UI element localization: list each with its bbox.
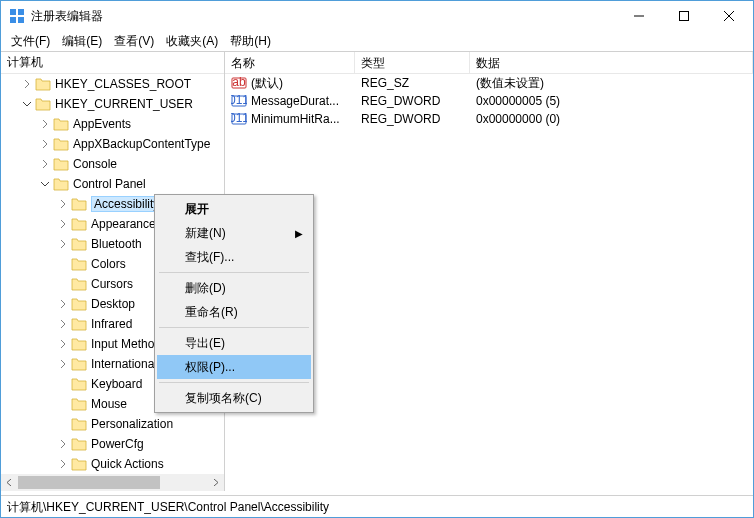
- tree-item[interactable]: PowerCfg: [1, 434, 224, 454]
- chevron-right-icon[interactable]: [57, 298, 69, 310]
- ctx-expand[interactable]: 展开: [157, 197, 311, 221]
- col-data[interactable]: 数据: [470, 52, 753, 73]
- col-type[interactable]: 类型: [355, 52, 470, 73]
- chevron-right-icon[interactable]: [57, 318, 69, 330]
- chevron-right-icon[interactable]: [57, 238, 69, 250]
- tree-item[interactable]: Control Panel: [1, 174, 224, 194]
- menu-help[interactable]: 帮助(H): [224, 31, 277, 52]
- tree-item-label: Colors: [91, 257, 126, 271]
- context-menu: 展开 新建(N)▶ 查找(F)... 删除(D) 重命名(R) 导出(E) 权限…: [154, 194, 314, 413]
- chevron-right-icon[interactable]: [21, 78, 33, 90]
- chevron-right-icon[interactable]: [57, 338, 69, 350]
- ctx-new-label: 新建(N): [185, 225, 226, 242]
- ctx-find[interactable]: 查找(F)...: [157, 245, 311, 269]
- scroll-thumb[interactable]: [18, 476, 160, 489]
- tree-item-label: Accessibility: [91, 196, 162, 212]
- tree-item-label: PowerCfg: [91, 437, 144, 451]
- tree-scrollbar-horizontal[interactable]: [1, 474, 224, 491]
- ctx-export-label: 导出(E): [185, 335, 225, 352]
- ctx-permissions[interactable]: 权限(P)...: [157, 355, 311, 379]
- window-title: 注册表编辑器: [31, 8, 616, 25]
- menu-favorites[interactable]: 收藏夹(A): [160, 31, 224, 52]
- ctx-expand-label: 展开: [185, 201, 209, 218]
- folder-icon: [53, 137, 69, 151]
- tree-item-label: Bluetooth: [91, 237, 142, 251]
- minimize-button[interactable]: [616, 2, 661, 30]
- ctx-delete[interactable]: 删除(D): [157, 276, 311, 300]
- tree-item[interactable]: HKEY_CLASSES_ROOT: [1, 74, 224, 94]
- folder-icon: [35, 97, 51, 111]
- cell-name: 011MessageDurat...: [225, 93, 355, 109]
- tree-header-label: 计算机: [7, 54, 43, 71]
- content-area: 计算机 HKEY_CLASSES_ROOTHKEY_CURRENT_USERAp…: [1, 51, 753, 491]
- list-row[interactable]: ab(默认)REG_SZ(数值未设置): [225, 74, 753, 92]
- cell-data: 0x00000005 (5): [470, 94, 753, 108]
- ctx-separator: [159, 382, 309, 383]
- folder-icon: [71, 277, 87, 291]
- scroll-left-button[interactable]: [1, 474, 18, 491]
- statusbar: 计算机\HKEY_CURRENT_USER\Control Panel\Acce…: [1, 495, 753, 517]
- cell-data: 0x00000000 (0): [470, 112, 753, 126]
- chevron-right-icon[interactable]: [39, 138, 51, 150]
- tree-item[interactable]: AppXBackupContentType: [1, 134, 224, 154]
- folder-icon: [71, 297, 87, 311]
- binary-value-icon: 011: [231, 93, 247, 109]
- menubar: 文件(F) 编辑(E) 查看(V) 收藏夹(A) 帮助(H): [1, 31, 753, 51]
- chevron-right-icon[interactable]: [57, 438, 69, 450]
- chevron-right-icon[interactable]: [57, 358, 69, 370]
- menu-edit[interactable]: 编辑(E): [56, 31, 108, 52]
- tree-item[interactable]: HKEY_CURRENT_USER: [1, 94, 224, 114]
- chevron-right-icon[interactable]: [39, 118, 51, 130]
- chevron-right-icon[interactable]: [57, 458, 69, 470]
- folder-icon: [53, 177, 69, 191]
- svg-rect-1: [18, 9, 24, 15]
- tree-item-label: Cursors: [91, 277, 133, 291]
- menu-view[interactable]: 查看(V): [108, 31, 160, 52]
- tree-item[interactable]: Console: [1, 154, 224, 174]
- tree-header[interactable]: 计算机: [1, 52, 224, 74]
- ctx-find-label: 查找(F)...: [185, 249, 234, 266]
- cell-type: REG_DWORD: [355, 112, 470, 126]
- close-button[interactable]: [706, 2, 751, 30]
- svg-rect-2: [10, 17, 16, 23]
- string-value-icon: ab: [231, 75, 247, 91]
- cell-name: ab(默认): [225, 75, 355, 92]
- tree-item-label: Console: [73, 157, 117, 171]
- maximize-button[interactable]: [661, 2, 706, 30]
- ctx-rename[interactable]: 重命名(R): [157, 300, 311, 324]
- folder-icon: [71, 397, 87, 411]
- tree-item[interactable]: Quick Actions: [1, 454, 224, 474]
- value-name: MinimumHitRa...: [251, 112, 340, 126]
- chevron-right-icon[interactable]: [57, 198, 69, 210]
- cell-name: 011MinimumHitRa...: [225, 111, 355, 127]
- ctx-separator: [159, 272, 309, 273]
- tree-item-label: International: [91, 357, 157, 371]
- ctx-new[interactable]: 新建(N)▶: [157, 221, 311, 245]
- svg-text:ab: ab: [232, 75, 246, 89]
- folder-icon: [71, 417, 87, 431]
- ctx-permissions-label: 权限(P)...: [185, 359, 235, 376]
- chevron-down-icon[interactable]: [21, 98, 33, 110]
- menu-file[interactable]: 文件(F): [5, 31, 56, 52]
- titlebar: 注册表编辑器: [1, 1, 753, 31]
- col-name[interactable]: 名称: [225, 52, 355, 73]
- svg-rect-5: [679, 12, 688, 21]
- svg-text:011: 011: [231, 93, 247, 107]
- tree-item-label: Desktop: [91, 297, 135, 311]
- list-row[interactable]: 011MessageDurat...REG_DWORD0x00000005 (5…: [225, 92, 753, 110]
- scroll-track[interactable]: [18, 474, 207, 491]
- list-row[interactable]: 011MinimumHitRa...REG_DWORD0x00000000 (0…: [225, 110, 753, 128]
- scroll-right-button[interactable]: [207, 474, 224, 491]
- folder-icon: [71, 377, 87, 391]
- ctx-copy-key-name[interactable]: 复制项名称(C): [157, 386, 311, 410]
- ctx-export[interactable]: 导出(E): [157, 331, 311, 355]
- tree-item[interactable]: Personalization: [1, 414, 224, 434]
- ctx-rename-label: 重命名(R): [185, 304, 238, 321]
- svg-rect-3: [18, 17, 24, 23]
- chevron-down-icon[interactable]: [39, 178, 51, 190]
- tree-item-label: Quick Actions: [91, 457, 164, 471]
- chevron-right-icon[interactable]: [57, 218, 69, 230]
- folder-icon: [71, 217, 87, 231]
- chevron-right-icon[interactable]: [39, 158, 51, 170]
- tree-item[interactable]: AppEvents: [1, 114, 224, 134]
